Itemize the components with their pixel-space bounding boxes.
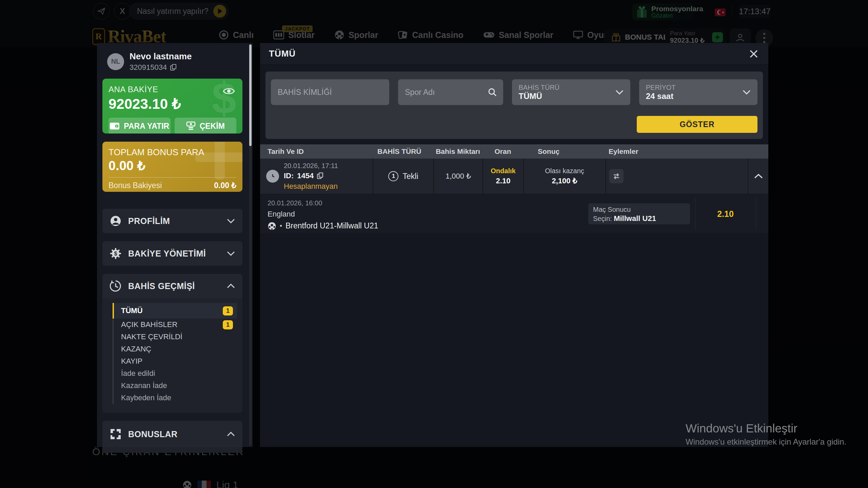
- soccer-ball-icon: [268, 222, 276, 230]
- chevron-down-icon: [743, 90, 751, 95]
- event-country: England: [268, 210, 378, 219]
- rebet-button[interactable]: [609, 169, 624, 183]
- col-header-actions: Eylemler: [605, 147, 748, 156]
- col-header-odds: Oran: [482, 147, 523, 156]
- col-header-date-id: Tarih Ve ID: [260, 147, 373, 156]
- bullet: •: [280, 222, 282, 230]
- history-clock-icon: [110, 280, 121, 292]
- bet-amount: 1,000 ₺: [446, 172, 471, 181]
- pending-clock-icon: [266, 170, 279, 183]
- watermark-title: Windows'u Etkinleştir: [686, 422, 846, 435]
- bet-type-select[interactable]: BAHİS TÜRÜ TÜMÜ: [512, 79, 630, 105]
- screen: X Nasıl yatırım yapılır? Promosyonlara G…: [0, 0, 868, 488]
- bonuses-submenu-edge: [102, 447, 242, 453]
- history-filter-all[interactable]: TÜMÜ 1: [114, 303, 237, 319]
- sidebar-item-label: BONUSLAR: [128, 429, 178, 439]
- chevron-down-icon: [615, 90, 624, 95]
- odds-format: Ondalık: [491, 167, 515, 175]
- bet-history-submenu: TÜMÜ 1 AÇIK BAHİSLER 1 NAKTE ÇEVRİLDİ KA…: [102, 298, 242, 413]
- event-match-name: Brentford U21-Millwall U21: [285, 221, 378, 230]
- filter-label: NAKTE ÇEVRİLDİ: [121, 332, 182, 341]
- svg-text:$: $: [114, 251, 117, 257]
- bet-history-modal: TÜMÜ BAHİS TÜRÜ TÜMÜ: [260, 43, 768, 447]
- filter-label: Kaybeden İade: [121, 393, 171, 402]
- sidebar-scrollbar-thumb[interactable]: [249, 44, 252, 146]
- gear-dollar-icon: $: [110, 248, 121, 259]
- watermark-subtitle: Windows'u etkinleştirmek için Ayarlar'a …: [686, 437, 846, 447]
- details-divider: [756, 199, 756, 229]
- filter-label: KAZANÇ: [121, 345, 151, 353]
- copy-icon[interactable]: [170, 64, 176, 71]
- bet-history-table: Tarih Ve ID BAHİS TÜRÜ Bahis Miktarı Ora…: [260, 144, 768, 233]
- chevron-up-icon: [227, 284, 235, 288]
- eye-icon[interactable]: [223, 87, 235, 96]
- possible-win-value: 2,100 ₺: [552, 177, 577, 185]
- filter-label: Kazanan İade: [121, 381, 167, 390]
- modal-header: TÜMÜ: [260, 43, 768, 65]
- bet-type-value: TÜMÜ: [519, 92, 560, 101]
- bet-id-label: ID:: [284, 171, 294, 180]
- windows-activation-watermark: Windows'u Etkinleştir Windows'u etkinleş…: [686, 422, 846, 447]
- odds-value: 2.10: [496, 177, 511, 185]
- search-icon: [488, 87, 497, 97]
- filter-label: İade edildi: [121, 369, 155, 378]
- deposit-button-label: PARA YATIR: [124, 122, 169, 131]
- count-badge: 1: [223, 320, 233, 329]
- history-filter-loser-refund[interactable]: Kaybeden İade: [114, 392, 237, 404]
- table-row: 20.01.2026, 17:11 ID: 1454 Hesaplanmayan…: [260, 159, 768, 194]
- col-header-result: Sonuç: [523, 147, 605, 156]
- bonus-balance-card: TOPLAM BONUS PARA 0.00 ₺ Bonus Bakiyesi …: [102, 142, 242, 192]
- chevron-down-icon: [227, 219, 235, 223]
- profile-icon: [110, 215, 121, 227]
- bet-details-row: 20.01.2026, 16:00 England • Brentford U2…: [260, 195, 768, 233]
- show-button[interactable]: GÖSTER: [637, 116, 757, 133]
- bet-type-value: Tekli: [402, 172, 418, 181]
- bonus-balance-value: 0.00 ₺: [214, 181, 236, 190]
- main-balance-card: $ ANA BAKİYE 92023.10 ₺ PARA YATIR ÇEKİM: [102, 79, 242, 134]
- history-filter-cashed-out[interactable]: NAKTE ÇEVRİLDİ: [114, 331, 237, 343]
- filter-label: AÇIK BAHİSLER: [121, 320, 177, 329]
- selection-odds: 2.10: [695, 195, 756, 233]
- filters-panel: BAHİS TÜRÜ TÜMÜ PERİYOT 24 saat GÖSTER: [265, 72, 763, 139]
- sidebar-item-balance-management[interactable]: $ BAKİYE YÖNETİMİ: [102, 241, 242, 266]
- history-filter-refunded[interactable]: İade edildi: [114, 367, 237, 380]
- selection-box: Maç Sonucu Seçin: Millwall U21: [588, 203, 690, 224]
- possible-win-label: Olası kazanç: [545, 167, 584, 175]
- user-name: Nevo lastname: [130, 51, 192, 62]
- sidebar-item-label: BAHİS GEÇMİŞİ: [128, 281, 195, 291]
- col-header-amount: Bahis Miktarı: [433, 147, 482, 156]
- period-value: 24 saat: [646, 92, 676, 101]
- deposit-button[interactable]: PARA YATIR: [108, 118, 171, 134]
- history-filter-open-bets[interactable]: AÇIK BAHİSLER 1: [114, 319, 237, 331]
- history-filter-lost[interactable]: KAYIP: [114, 355, 237, 367]
- bet-datetime: 20.01.2026, 17:11: [284, 162, 338, 170]
- account-sidebar: NL Nevo lastname 320915034 $ ANA BAKİYE …: [97, 43, 253, 447]
- chevron-up-icon: [227, 432, 235, 436]
- bonus-puzzle-icon: [110, 428, 121, 440]
- gift-watermark: [192, 142, 242, 179]
- pick-label: Seçin:: [593, 215, 612, 222]
- single-bet-icon: 1: [388, 171, 398, 181]
- bet-type-label: BAHİS TÜRÜ: [519, 83, 560, 92]
- sidebar-item-bet-history[interactable]: BAHİS GEÇMİŞİ: [102, 274, 242, 298]
- event-datetime: 20.01.2026, 16:00: [268, 199, 378, 207]
- copy-icon[interactable]: [317, 172, 323, 179]
- wallet-icon: [110, 122, 120, 130]
- sidebar-item-label: BAKİYE YÖNETİMİ: [128, 249, 206, 259]
- table-header-row: Tarih Ve ID BAHİS TÜRÜ Bahis Miktarı Ora…: [260, 144, 768, 159]
- history-filter-won[interactable]: KAZANÇ: [114, 343, 237, 355]
- count-badge: 1: [223, 306, 233, 316]
- collapse-row-icon[interactable]: [754, 174, 763, 179]
- sidebar-item-profile[interactable]: PROFİLİM: [102, 209, 242, 233]
- dollar-watermark: $: [212, 79, 236, 123]
- filter-label: KAYIP: [121, 357, 142, 366]
- sidebar-item-bonuses[interactable]: BONUSLAR: [102, 421, 242, 447]
- bet-id-input[interactable]: [271, 79, 389, 105]
- period-select[interactable]: PERİYOT 24 saat: [639, 79, 757, 105]
- close-icon[interactable]: [748, 48, 760, 60]
- avatar: NL: [107, 53, 124, 70]
- filter-label: TÜMÜ: [121, 306, 143, 315]
- history-filter-winner-refund[interactable]: Kazanan İade: [114, 380, 237, 392]
- modal-title: TÜMÜ: [269, 48, 296, 59]
- col-header-bet-type: BAHİS TÜRÜ: [373, 147, 433, 156]
